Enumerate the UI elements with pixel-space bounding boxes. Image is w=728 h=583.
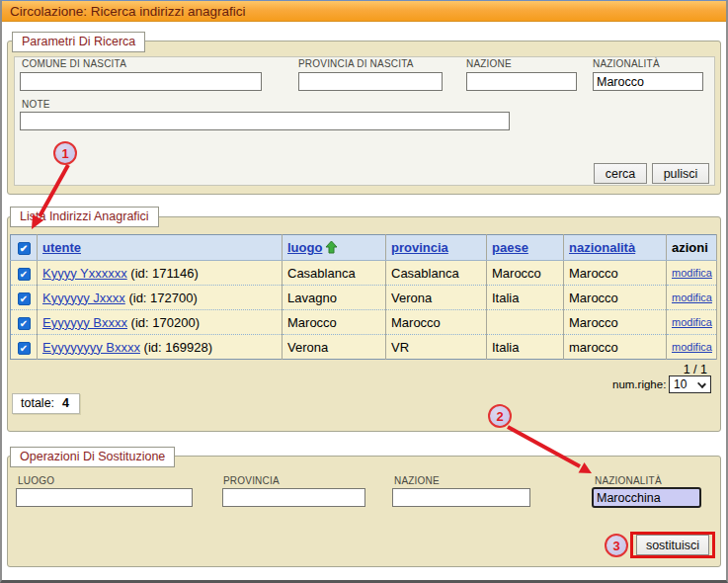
comune-di-nascita-label: COMUNE DI NASCITA bbox=[22, 58, 126, 69]
cell-paese: Italia bbox=[487, 335, 564, 360]
user-link[interactable]: Eyyyyyyyy Bxxxx bbox=[42, 340, 140, 355]
cell-luogo: Casablanca bbox=[283, 261, 386, 286]
cell-provincia: Marocco bbox=[386, 310, 487, 335]
num-righe-select[interactable]: 10 bbox=[669, 375, 711, 393]
modifica-link[interactable]: modifica bbox=[672, 316, 712, 328]
list-legend: Lista Indirizzi Anagrafici bbox=[10, 207, 159, 227]
provincia-di-nascita-label: PROVINCIA DI NASCITA bbox=[298, 58, 414, 69]
user-link[interactable]: Kyyyy Yxxxxxx bbox=[42, 266, 127, 281]
sub-nazione-input[interactable] bbox=[392, 488, 530, 507]
column-header-luogo[interactable]: luogo bbox=[287, 240, 322, 255]
table-row: ✔ Kyyyyyy Jxxxx (id: 172700) Lavagno Ver… bbox=[11, 286, 717, 310]
page-indicator: 1 / 1 bbox=[684, 363, 707, 376]
note-input[interactable] bbox=[20, 112, 510, 130]
user-id: (id: 170200) bbox=[131, 315, 200, 330]
user-link[interactable]: Eyyyyyy Bxxxx bbox=[42, 315, 127, 330]
cell-provincia: VR bbox=[386, 335, 487, 360]
cell-paese: Marocco bbox=[487, 261, 564, 286]
annotation-step-1: 1 bbox=[53, 141, 77, 165]
note-label: NOTE bbox=[22, 99, 50, 110]
totale-label: totale: bbox=[21, 396, 54, 410]
row-checkbox[interactable]: ✔ bbox=[18, 268, 31, 281]
cell-luogo: Lavagno bbox=[283, 286, 386, 310]
nazionalita-label: NAZIONALITÀ bbox=[593, 58, 660, 69]
row-checkbox[interactable]: ✔ bbox=[18, 317, 31, 330]
user-id: (id: 172700) bbox=[128, 291, 197, 305]
cell-provincia: Verona bbox=[386, 286, 487, 310]
app-window: Circolazione: Ricerca indirizzi anagrafi… bbox=[0, 0, 728, 583]
sub-nazionalita-label: NAZIONALITÀ bbox=[595, 475, 662, 486]
cell-luogo: Verona bbox=[283, 335, 386, 360]
cell-nazionalita: Marocco bbox=[564, 261, 667, 286]
nazione-label: NAZIONE bbox=[466, 58, 512, 69]
sub-provincia-input[interactable] bbox=[222, 488, 365, 507]
nazionalita-input[interactable] bbox=[593, 72, 703, 91]
user-link[interactable]: Kyyyyyy Jxxxx bbox=[42, 291, 125, 305]
nazione-input[interactable] bbox=[466, 72, 577, 91]
modifica-link[interactable]: modifica bbox=[672, 341, 712, 353]
column-header-utente[interactable]: utente bbox=[42, 240, 81, 255]
sub-nazione-label: NAZIONE bbox=[394, 475, 440, 486]
table-header-row: ✔ utente luogo provincia paese nazionali… bbox=[11, 235, 717, 261]
column-header-azioni: azioni bbox=[667, 235, 717, 261]
table-row: ✔ Kyyyy Yxxxxxx (id: 171146) Casablanca … bbox=[11, 261, 717, 286]
column-header-nazionalita[interactable]: nazionalità bbox=[569, 240, 635, 255]
chevron-down-icon bbox=[697, 379, 706, 388]
cell-nazionalita: marocco bbox=[564, 335, 667, 360]
sub-luogo-input[interactable] bbox=[16, 488, 193, 507]
num-righe-value: 10 bbox=[674, 377, 687, 391]
cell-luogo: Marocco bbox=[283, 310, 386, 335]
cell-nazionalita: Marocco bbox=[564, 286, 667, 310]
pulisci-button[interactable]: pulisci bbox=[652, 163, 709, 184]
window-title: Circolazione: Ricerca indirizzi anagrafi… bbox=[2, 1, 726, 22]
substitution-legend: Operazioni Di Sostituzione bbox=[10, 447, 175, 467]
totale-box: totale:4 bbox=[12, 393, 80, 414]
sort-ascending-icon bbox=[325, 240, 338, 254]
modifica-link[interactable]: modifica bbox=[672, 292, 712, 303]
comune-di-nascita-input[interactable] bbox=[20, 72, 262, 91]
sostituisci-button[interactable]: sostituisci bbox=[636, 535, 709, 555]
row-checkbox[interactable]: ✔ bbox=[18, 292, 31, 305]
results-table: ✔ utente luogo provincia paese nazionali… bbox=[10, 234, 717, 360]
table-row: ✔ Eyyyyyyyy Bxxxx (id: 169928) Verona VR… bbox=[11, 335, 717, 360]
sub-luogo-label: LUOGO bbox=[18, 475, 54, 486]
search-legend: Parametri Di Ricerca bbox=[12, 32, 145, 52]
annotation-step-2: 2 bbox=[488, 404, 512, 428]
cell-paese: Italia bbox=[487, 286, 564, 310]
sub-provincia-label: PROVINCIA bbox=[223, 475, 280, 486]
cell-nazionalita: Marocco bbox=[564, 310, 667, 335]
select-all-checkbox[interactable]: ✔ bbox=[18, 242, 31, 255]
num-righe-label: num.righe: bbox=[612, 378, 666, 390]
table-row: ✔ Eyyyyyy Bxxxx (id: 170200) Marocco Mar… bbox=[11, 310, 717, 335]
annotation-step-3: 3 bbox=[605, 534, 628, 557]
column-header-paese[interactable]: paese bbox=[492, 240, 528, 255]
user-id: (id: 169928) bbox=[144, 340, 212, 355]
cell-provincia: Casablanca bbox=[386, 261, 487, 286]
provincia-di-nascita-input[interactable] bbox=[298, 72, 443, 91]
cell-paese bbox=[487, 310, 564, 335]
row-checkbox[interactable]: ✔ bbox=[18, 342, 31, 355]
user-id: (id: 171146) bbox=[130, 266, 198, 281]
sub-nazionalita-input[interactable] bbox=[592, 487, 701, 508]
column-header-provincia[interactable]: provincia bbox=[391, 240, 448, 255]
modifica-link[interactable]: modifica bbox=[672, 267, 712, 279]
totale-value: 4 bbox=[62, 396, 69, 410]
cerca-button[interactable]: cerca bbox=[594, 163, 647, 184]
